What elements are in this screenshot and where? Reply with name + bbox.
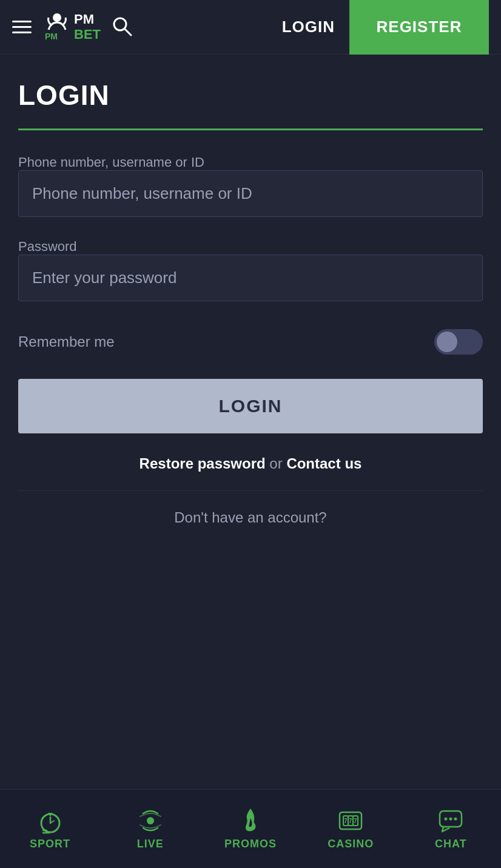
nav-item-chat[interactable]: CHAT xyxy=(401,790,501,868)
chat-label: CHAT xyxy=(435,838,467,850)
main-content: LOGIN Phone number, username or ID Passw… xyxy=(0,55,501,599)
page-title: LOGIN xyxy=(18,79,483,112)
bottom-nav: SPORT LIVE PROMOS 7 7 xyxy=(0,789,501,868)
logo[interactable]: PM BET PM BET xyxy=(42,12,101,43)
svg-text:7: 7 xyxy=(349,818,352,824)
nav-item-promos[interactable]: PROMOS xyxy=(200,790,300,868)
svg-point-22 xyxy=(449,818,452,821)
remember-me-row: Remember me xyxy=(18,329,483,355)
promos-label: PROMOS xyxy=(224,838,277,850)
logo-pm: PM xyxy=(74,12,101,27)
username-input[interactable] xyxy=(18,170,483,217)
toggle-slider xyxy=(434,329,483,355)
promos-icon xyxy=(237,807,264,834)
live-label: LIVE xyxy=(137,838,164,850)
username-label: Phone number, username or ID xyxy=(18,155,204,170)
header: PM BET PM BET LOGIN REGISTER xyxy=(0,0,501,55)
svg-line-4 xyxy=(125,29,131,35)
no-account-row: Don't have an account? xyxy=(18,509,483,526)
svg-point-21 xyxy=(445,818,448,821)
gray-divider xyxy=(18,490,483,491)
remember-me-toggle[interactable] xyxy=(434,329,483,355)
svg-point-12 xyxy=(147,817,154,824)
live-icon xyxy=(137,807,164,834)
restore-row: Restore password or Contact us xyxy=(18,455,483,472)
remember-me-label: Remember me xyxy=(18,333,115,350)
svg-text:7: 7 xyxy=(354,818,357,824)
no-account-text: Don't have an account? xyxy=(174,509,326,526)
svg-text:7: 7 xyxy=(344,818,348,824)
sport-label: SPORT xyxy=(30,838,70,850)
svg-rect-7 xyxy=(50,813,51,816)
casino-label: CASINO xyxy=(328,838,374,850)
restore-password-link[interactable]: Restore password xyxy=(140,455,266,472)
nav-item-live[interactable]: LIVE xyxy=(100,790,200,868)
password-label: Password xyxy=(18,239,77,254)
nav-item-casino[interactable]: 7 7 7 CASINO xyxy=(301,790,401,868)
sport-icon xyxy=(37,807,64,834)
search-icon[interactable] xyxy=(112,16,132,39)
svg-point-0 xyxy=(53,13,61,22)
password-input[interactable] xyxy=(18,255,483,301)
menu-icon[interactable] xyxy=(12,21,32,33)
casino-icon: 7 7 7 xyxy=(337,807,364,834)
or-text: or xyxy=(266,455,287,472)
contact-us-link[interactable]: Contact us xyxy=(286,455,361,472)
svg-text:PM: PM xyxy=(45,32,58,41)
logo-bet: BET xyxy=(74,27,101,42)
chat-icon xyxy=(437,807,464,834)
nav-item-sport[interactable]: SPORT xyxy=(0,790,100,868)
svg-point-23 xyxy=(454,818,457,821)
login-button[interactable]: LOGIN xyxy=(18,379,483,433)
login-link[interactable]: LOGIN xyxy=(282,18,335,36)
register-button[interactable]: REGISTER xyxy=(349,0,489,55)
green-divider xyxy=(18,129,483,130)
